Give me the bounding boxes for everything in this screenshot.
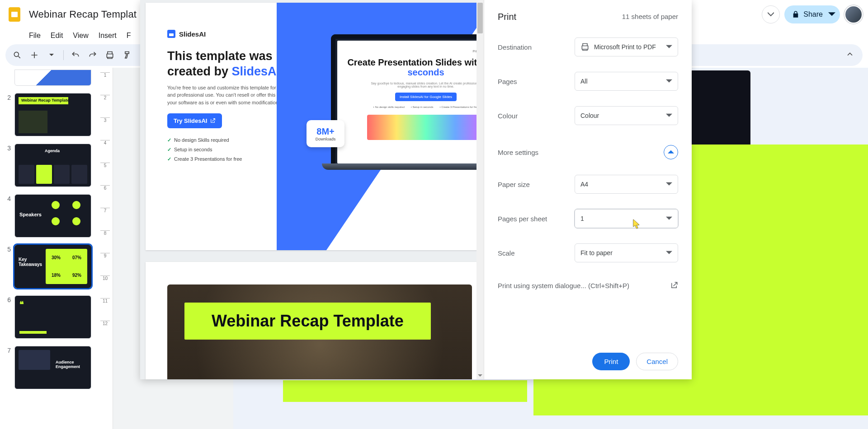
slide-thumb-3[interactable]: Agenda (14, 144, 91, 187)
svg-point-2 (14, 52, 19, 56)
scale-label: Scale (498, 249, 575, 257)
print-icon[interactable] (104, 50, 115, 61)
svg-line-3 (19, 56, 20, 58)
scale-select[interactable]: Fit to paper (575, 243, 678, 262)
account-avatar[interactable] (844, 5, 863, 23)
caret-down-icon (828, 11, 835, 18)
scroll-down-icon[interactable] (478, 373, 482, 378)
pages-per-sheet-label: Pages per sheet (498, 215, 575, 223)
slidesai-logo-icon (167, 30, 175, 38)
colour-select[interactable]: Colour (575, 106, 678, 125)
history-dropdown[interactable] (762, 5, 780, 23)
preview-page-1: SlidesAI This template wascreated by Sli… (146, 3, 484, 250)
svg-rect-1 (11, 12, 18, 17)
printer-icon (580, 42, 590, 51)
paper-size-select[interactable]: A4 (575, 175, 678, 194)
paint-format-icon[interactable] (122, 50, 132, 61)
search-icon[interactable] (12, 50, 23, 61)
print-dialog: SlidesAI This template wascreated by Sli… (140, 0, 692, 379)
pages-per-sheet-select[interactable]: 1 (575, 209, 678, 228)
new-slide-icon[interactable] (29, 50, 40, 61)
caret-down-icon (666, 44, 672, 50)
cancel-button[interactable]: Cancel (636, 353, 678, 370)
caret-down-icon (666, 215, 672, 222)
menu-view[interactable]: View (73, 32, 88, 40)
destination-label: Destination (498, 43, 575, 51)
try-slidesai-button: Try SlidesAI (167, 113, 222, 128)
destination-select[interactable]: Microsoft Print to PDF (575, 37, 678, 56)
caret-down-icon (666, 250, 672, 256)
external-link-icon (670, 281, 678, 289)
pages-select[interactable]: All (575, 72, 678, 91)
slide-thumb-7[interactable]: Audience Engagement (14, 346, 91, 389)
laptop-mockup: PricingTutorialFAQ Create Presentation S… (331, 34, 484, 165)
document-title[interactable]: Webinar Recap Templat (29, 9, 137, 20)
redo-icon[interactable] (87, 50, 98, 61)
expand-toolbar-icon[interactable] (845, 50, 856, 61)
paper-size-label: Paper size (498, 181, 575, 188)
sheet-count: 11 sheets of paper (622, 13, 678, 20)
pages-label: Pages (498, 78, 575, 85)
chevron-up-icon (668, 149, 674, 155)
print-button[interactable]: Print (592, 353, 630, 370)
undo-icon[interactable] (70, 50, 81, 61)
external-link-icon (210, 118, 216, 124)
menu-insert[interactable]: Insert (99, 32, 117, 40)
slide-thumb-2[interactable]: Webinar Recap Template (14, 93, 91, 136)
system-dialogue-link[interactable]: Print using system dialogue... (Ctrl+Shi… (498, 281, 678, 289)
slide-thumb-4[interactable]: Speakers (14, 194, 91, 238)
menu-file[interactable]: File (29, 32, 41, 40)
more-settings-label[interactable]: More settings (498, 149, 538, 156)
caret-down-icon (666, 181, 672, 187)
slides-logo-icon[interactable] (5, 5, 24, 23)
collapse-more-settings-button[interactable] (664, 145, 678, 159)
preview-page-2: Webinar Recap Template (146, 262, 484, 379)
new-slide-dropdown-icon[interactable] (46, 50, 57, 61)
menu-edit[interactable]: Edit (51, 32, 63, 40)
share-button[interactable]: Share (784, 5, 840, 23)
caret-down-icon (666, 78, 672, 84)
slide-thumbnail-panel: 2 Webinar Recap Template 3 Agenda 4 Spea… (0, 68, 98, 429)
downloads-badge: 8M+Downloads (307, 120, 344, 147)
slide-thumb-6[interactable]: ❝ (14, 295, 91, 339)
slide-thumb-1[interactable] (14, 70, 91, 86)
vertical-ruler: 123 456 789 101112 (98, 68, 113, 429)
print-preview[interactable]: SlidesAI This template wascreated by Sli… (140, 0, 484, 379)
caret-down-icon (666, 112, 672, 119)
menu-format[interactable]: F (127, 32, 131, 40)
preview-scrollbar[interactable] (476, 0, 484, 379)
slide-thumb-5[interactable]: Key Takeaways 30%07% 18%92% (14, 245, 91, 288)
share-label: Share (803, 10, 823, 19)
lock-icon (792, 10, 800, 19)
print-settings: Print 11 sheets of paper Destination Mic… (484, 0, 692, 379)
colour-label: Colour (498, 112, 575, 120)
